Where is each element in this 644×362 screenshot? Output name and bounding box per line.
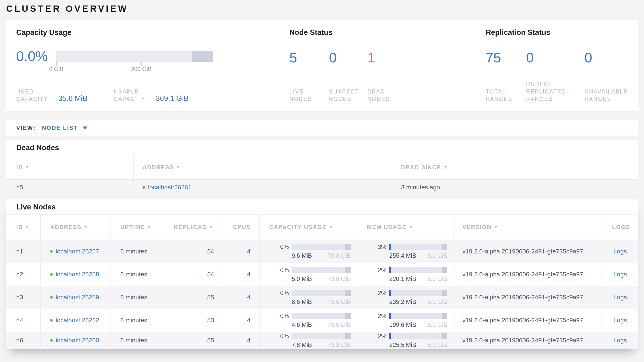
cell-cpus: 4 [224, 240, 260, 263]
column-header-version[interactable]: VERSION▼ [454, 215, 602, 240]
suspect-nodes-label: SUSPECT NODES [329, 88, 365, 103]
cell-logs: Logs [602, 263, 638, 286]
suspect-nodes-count: 0 [329, 50, 336, 65]
replication-status-title: Replication Status [486, 28, 628, 37]
capacity-bar-reserved-segment [345, 313, 351, 319]
replication-labels: TOTAL RANGES UNDER-REPLICATED RANGES UNA… [486, 81, 628, 103]
mem-usage-chart: 2%220.1 MiB8.0 GiB [367, 267, 447, 282]
logs-link[interactable]: Logs [614, 294, 627, 301]
cell-address: localhost:26262 [40, 309, 111, 332]
capacity-usage-title: Capacity Usage [16, 28, 289, 37]
capacity-used-value: 5.0 MiB [292, 275, 312, 282]
node-address-link[interactable]: localhost:26261 [148, 184, 192, 191]
capacity-percent: 0% [270, 312, 292, 319]
mem-percent: 2% [367, 333, 389, 339]
column-header-address[interactable]: ADDRESS▼ [40, 215, 111, 240]
sort-descending-icon: ▼ [444, 165, 448, 170]
live-node-row: n3localhost:262596 minutes5540%8.6 MiB73… [6, 286, 638, 309]
capacity-total-value: 73.8 GiB [328, 252, 351, 259]
cell-uptime: 6 minutes [111, 240, 164, 263]
unavailable-label: UNAVAILABLE RANGES [584, 88, 628, 103]
column-header-label: ADDRESS [142, 164, 174, 171]
column-header-dead-since[interactable]: DEAD SINCE▼ [394, 155, 638, 179]
logs-link[interactable]: Logs [614, 248, 627, 255]
node-address-link[interactable]: localhost:26259 [56, 294, 99, 301]
capacity-used-value: 4.6 MiB [292, 321, 312, 328]
cell-version: v19.2.0-alpha.20190606-2491-gfe735c9a97 [454, 286, 602, 309]
cell-mem-usage: 2%235.2 MiB8.0 GiB [357, 286, 454, 309]
view-dropdown-value: NODE LIST [42, 125, 78, 131]
mem-bar-track [389, 333, 447, 339]
capacity-stats: USED CAPACITY 35.6 MiB USABLE CAPACITY 3… [16, 88, 289, 103]
column-header-label: ID [16, 224, 23, 231]
usable-capacity-label: USABLE CAPACITY [114, 88, 156, 103]
logs-link[interactable]: Logs [614, 271, 627, 278]
dead-nodes-title: Dead Nodes [6, 140, 638, 155]
column-header-uptime[interactable]: UPTIME▼ [111, 215, 164, 240]
usable-capacity-stat: USABLE CAPACITY 369.1 GiB [114, 88, 188, 103]
column-header-mem-usage[interactable]: MEM USAGE▼ [357, 215, 454, 240]
logs-link[interactable]: Logs [614, 337, 627, 344]
column-header-id[interactable]: ID▼ [6, 155, 134, 179]
column-header-label: ID [16, 164, 23, 171]
node-address-link[interactable]: localhost:26262 [56, 317, 99, 324]
sort-descending-icon: ▼ [25, 225, 30, 230]
total-ranges-label: TOTAL RANGES [486, 88, 519, 103]
node-address-link[interactable]: localhost:26260 [56, 337, 99, 344]
node-address-link[interactable]: localhost:26258 [56, 271, 99, 278]
capacity-usage-section: Capacity Usage 0.0% 0 GiB 200 Gi [16, 28, 289, 111]
cell-address: localhost:26260 [40, 332, 111, 349]
sort-descending-icon: ▼ [25, 165, 30, 170]
mem-bar-track [389, 313, 447, 319]
usable-capacity-value: 369.1 GiB [156, 94, 188, 103]
cell-logs: Logs [602, 332, 638, 349]
column-header-address[interactable]: ADDRESS▼ [134, 155, 394, 179]
dead-nodes-header-row: ID▼ADDRESS▼DEAD SINCE▼ [6, 155, 638, 179]
unavailable-count: 0 [584, 50, 592, 65]
mem-bar-fill [389, 290, 391, 296]
cell-mem-usage: 2%225.5 MiB8.0 GiB [357, 332, 454, 349]
cell-address: localhost:26259 [40, 286, 111, 309]
column-header-capacity-usage[interactable]: CAPACITY USAGE▼ [260, 215, 357, 240]
mem-bar-reserved-segment [442, 244, 447, 250]
live-nodes-body: n1localhost:262576 minutes5440%9.6 MiB73… [6, 240, 638, 349]
mem-used-value: 235.2 MiB [389, 298, 416, 305]
mem-total-value: 8.0 GiB [428, 252, 447, 259]
cell-cpus: 4 [224, 309, 260, 332]
view-dropdown[interactable]: NODE LIST [42, 125, 87, 131]
column-header-label: REPLICAS [174, 224, 206, 231]
column-header-replicas[interactable]: REPLICAS▼ [164, 215, 224, 240]
mem-bar-reserved-segment [442, 267, 447, 273]
logs-link[interactable]: Logs [614, 317, 627, 324]
dead-nodes-count: 1 [367, 50, 375, 65]
capacity-used-value: 9.6 MiB [292, 252, 312, 259]
capacity-bar-reserved-segment [345, 290, 351, 296]
sort-descending-icon: ▼ [176, 165, 181, 170]
cell-cpus: 4 [224, 332, 260, 349]
dead-node-row: n5localhost:262613 minutes ago [6, 179, 638, 195]
view-label: VIEW: [16, 125, 36, 131]
cell-id: n6 [6, 332, 40, 349]
dead-nodes-body: n5localhost:262613 minutes ago [6, 179, 638, 195]
cell-version: v19.2.0-alpha.20190606-2491-gfe735c9a97 [454, 240, 602, 263]
cell-version: v19.2.0-alpha.20190606-2491-gfe735c9a97 [454, 332, 602, 349]
cell-mem-usage: 2%199.6 MiB8.0 GiB [357, 309, 454, 332]
live-status-dot [50, 319, 53, 322]
live-nodes-title: Live Nodes [6, 199, 638, 215]
capacity-bar-reserved-segment [345, 244, 351, 250]
mem-total-value: 8.0 GiB [428, 341, 447, 348]
capacity-axis-labels: 0 GiB 200 GiB [56, 66, 213, 73]
node-status-values: 5 0 1 [289, 50, 486, 65]
cluster-summary-card: Capacity Usage 0.0% 0 GiB 200 Gi [6, 20, 638, 111]
mem-percent: 2% [367, 312, 389, 319]
cell-logs: Logs [602, 286, 638, 309]
node-address-link[interactable]: localhost:26257 [56, 248, 99, 255]
cell-cpus: 4 [224, 286, 260, 309]
column-header-cpus: CPUS [224, 215, 260, 240]
column-header-id[interactable]: ID▼ [6, 215, 40, 240]
column-header-label: ADDRESS [50, 224, 82, 231]
capacity-percent: 0% [270, 267, 292, 274]
mem-bar-track [389, 267, 447, 273]
mem-total-value: 8.0 GiB [428, 275, 447, 282]
used-capacity-label: USED CAPACITY [16, 88, 58, 103]
